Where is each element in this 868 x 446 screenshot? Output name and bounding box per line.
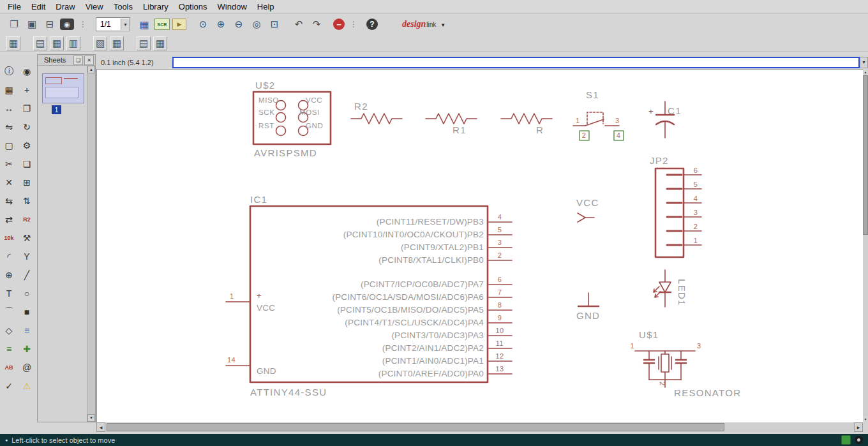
zoom-redraw-icon[interactable]: ◎ [249, 17, 264, 32]
scroll-right-icon[interactable]: ▶ [854, 422, 863, 432]
erc-tool-icon[interactable]: ✓ [1, 378, 17, 394]
menu-item[interactable]: Options [174, 1, 213, 13]
add-tool-icon[interactable]: ⊞ [19, 174, 35, 191]
scroll-up-icon[interactable]: ▲ [863, 69, 868, 75]
print-icon[interactable]: ⊟ [42, 17, 57, 32]
run-ulp-icon[interactable]: ▶ [172, 19, 186, 30]
layer-view-icon-5[interactable]: ▦ [110, 36, 124, 50]
info-tool-icon[interactable]: ⓘ [1, 63, 17, 80]
name-tool-icon[interactable]: R2 [19, 211, 35, 228]
component-u2-avrispsmd[interactable]: U$2 MISO VCC SCK MOSI RST GND AVRISPSMD [253, 80, 331, 158]
rect-tool-icon[interactable]: ■ [19, 304, 35, 320]
split-tool-icon[interactable]: Y [19, 248, 35, 265]
designlink-menu[interactable]: design link ▼ [402, 19, 445, 29]
command-history-dropdown-icon[interactable]: ▼ [860, 57, 868, 68]
sheets-scrollbar[interactable]: ▲ ▼ [87, 66, 95, 422]
scroll-up-icon[interactable]: ▲ [87, 66, 95, 73]
layer-view-icon-7[interactable]: ▦ [153, 36, 167, 50]
text-tool-icon[interactable]: T [1, 285, 17, 302]
sheet-selector[interactable]: 1/1 ▼ [96, 17, 130, 31]
undo-icon[interactable]: ↶ [291, 17, 306, 32]
sheet-thumbnail[interactable] [42, 73, 84, 103]
bus-tool-icon[interactable]: ≡ [19, 322, 35, 339]
zoom-in-icon[interactable]: ⊕ [213, 17, 228, 32]
command-line-input[interactable] [172, 57, 860, 68]
net-tool-icon[interactable]: ≡ [1, 341, 17, 357]
component-r2[interactable]: R2 [351, 101, 402, 124]
mark-tool-icon[interactable]: + [19, 82, 35, 98]
detach-panel-icon[interactable]: ❏ [73, 56, 83, 65]
zoom-select-icon[interactable]: ⊡ [267, 17, 282, 32]
change-tool-icon[interactable]: ⚙ [19, 137, 35, 154]
arc-tool-icon[interactable]: ⌒ [1, 304, 17, 320]
scroll-left-icon[interactable]: ◀ [96, 422, 105, 432]
paste-tool-icon[interactable]: ❏ [19, 156, 35, 172]
show-tool-icon[interactable]: ◉ [19, 63, 35, 80]
menu-item[interactable]: Window [213, 1, 252, 13]
component-c1-capacitor[interactable]: + C1 [648, 101, 682, 138]
log-status-icon[interactable] [855, 436, 863, 444]
errors-tool-icon[interactable]: ⚠ [19, 378, 35, 394]
layer-view-icon-3[interactable]: ▥ [66, 36, 80, 50]
scroll-down-icon[interactable]: ▼ [87, 414, 95, 422]
move-tool-icon[interactable]: ↔ [1, 100, 17, 117]
menu-item[interactable]: Library [138, 1, 174, 13]
layer-view-icon-6[interactable]: ▤ [137, 36, 151, 50]
polygon-tool-icon[interactable]: ◇ [1, 322, 17, 339]
component-led1[interactable]: LED1 [654, 270, 687, 307]
mirror-tool-icon[interactable]: ⇋ [1, 119, 17, 135]
value-tool-icon[interactable]: 10k [1, 230, 17, 246]
canvas-horizontal-scrollbar[interactable]: ◀ ▶ [96, 422, 863, 432]
scrollbar-thumb[interactable] [863, 75, 868, 235]
delete-tool-icon[interactable]: ✕ [1, 174, 17, 191]
redo-icon[interactable]: ↷ [309, 17, 324, 32]
layer-view-icon-4[interactable]: ▧ [93, 36, 107, 50]
component-r1[interactable]: R1 [426, 114, 477, 135]
copy-tool-icon[interactable]: ❐ [19, 100, 35, 117]
help-icon[interactable]: ? [366, 19, 378, 30]
layer-view-icon-2[interactable]: ▦ [50, 36, 64, 50]
rotate-tool-icon[interactable]: ↻ [19, 119, 35, 135]
menu-item[interactable]: Help [252, 1, 280, 13]
component-ic1-attiny44[interactable]: IC1 1 + VCC 14 GND 4 (PCINT11/RESET/DW)P… [226, 194, 512, 398]
menu-item[interactable]: Edit [26, 1, 50, 13]
smash-tool-icon[interactable]: ⚒ [19, 230, 35, 246]
open-icon[interactable]: ❐ [6, 17, 22, 32]
attribute-tool-icon[interactable]: @ [19, 359, 35, 376]
gateswap-tool-icon[interactable]: ⇅ [19, 193, 35, 209]
zoom-out-icon[interactable]: ⊖ [231, 17, 246, 32]
cut-tool-icon[interactable]: ✂ [1, 156, 17, 172]
gnd-supply-symbol[interactable]: GND [576, 293, 600, 321]
junction-tool-icon[interactable]: ✚ [19, 341, 35, 357]
vcc-supply-symbol[interactable]: VCC [576, 197, 599, 222]
canvas-vertical-scrollbar[interactable]: ▲ ▼ [863, 69, 868, 422]
component-jp2-header[interactable]: JP2 6 5 4 3 2 1 [650, 155, 701, 257]
sheet-number-badge[interactable]: 1 [52, 105, 61, 114]
save-icon[interactable]: ▣ [24, 17, 40, 32]
cam-processor-icon[interactable]: ◉ [60, 19, 74, 30]
wire-tool-icon[interactable]: ╱ [19, 267, 35, 283]
group-tool-icon[interactable]: ▢ [1, 137, 17, 154]
invoke-tool-icon[interactable]: ⊕ [1, 267, 17, 283]
connection-status-icon[interactable] [841, 435, 851, 445]
close-panel-icon[interactable]: ✕ [84, 56, 94, 65]
circle-tool-icon[interactable]: ○ [19, 285, 35, 302]
window-layout-icon[interactable]: ▦ [6, 36, 20, 50]
script-icon[interactable]: SCR [154, 19, 170, 30]
display-tool-icon[interactable]: ▦ [1, 82, 17, 98]
replace-tool-icon[interactable]: ⇄ [1, 211, 17, 228]
component-r[interactable]: R [501, 114, 552, 135]
stop-icon[interactable]: − [333, 19, 345, 30]
component-s1-switch[interactable]: S1 1 3 2 4 [573, 89, 624, 140]
scroll-down-icon[interactable]: ▼ [863, 416, 868, 422]
grid-settings-icon[interactable]: ▦ [137, 17, 152, 32]
menu-item[interactable]: Tools [108, 1, 138, 13]
zoom-fit-icon[interactable]: ⊙ [195, 17, 211, 32]
label-tool-icon[interactable]: AB [1, 359, 17, 376]
menu-item[interactable]: View [80, 1, 108, 13]
miter-tool-icon[interactable]: ◜ [1, 248, 17, 265]
layer-view-icon-1[interactable]: ▤ [33, 36, 47, 50]
component-u1-resonator[interactable]: U$1 1 3 2 RESONATOR [630, 329, 741, 398]
scrollbar-thumb[interactable] [107, 423, 724, 431]
schematic-canvas[interactable]: U$2 MISO VCC SCK MOSI RST GND AVRISPSMD … [96, 69, 864, 422]
